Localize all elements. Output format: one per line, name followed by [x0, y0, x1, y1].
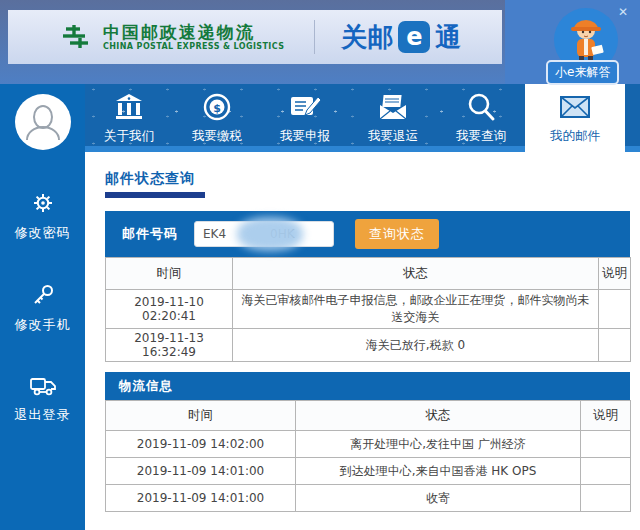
nav-item-label: 我要申报: [280, 128, 330, 145]
product-title: 关邮 e 通: [341, 20, 461, 55]
logistics-title: 物流信息: [119, 378, 173, 395]
app-window: 中国邮政速递物流 CHINA POSTAL EXPRESS & LOGISTIC…: [0, 0, 640, 530]
customs-status-table: 时间 状态 说明 2019-11-10 02:20:41 海关已审核邮件电子申报…: [105, 257, 631, 362]
cell-note: [599, 290, 631, 329]
cell-note: [581, 485, 631, 512]
brand-panel: 中国邮政速递物流 CHINA POSTAL EXPRESS & LOGISTIC…: [8, 10, 502, 64]
nav-item-about-us[interactable]: 关于我们: [85, 84, 173, 152]
cell-note: [581, 458, 631, 485]
logistics-header-bar: 物流信息: [105, 372, 630, 400]
nav-item-label: 关于我们: [104, 128, 154, 145]
nav-item-label: 我要查询: [456, 128, 506, 145]
assistant-mascot[interactable]: 小e来解答 ✕: [550, 4, 626, 84]
declare-form-icon: [288, 91, 322, 123]
avatar: [15, 94, 71, 150]
nav-item-my-mail[interactable]: 我的邮件: [525, 84, 625, 152]
tracking-number-label: 邮件号码: [122, 225, 178, 243]
product-e-badge: e: [398, 21, 430, 53]
envelope-icon: [557, 91, 593, 123]
return-mail-icon: [376, 91, 410, 123]
brand-divider: [314, 20, 315, 54]
sidebar-item-change-password[interactable]: 修改密码: [15, 190, 71, 242]
product-part1: 关邮: [341, 20, 393, 55]
cell-time: 2019-11-13 16:32:49: [106, 329, 233, 362]
cell-status: 离开处理中心,发往中国 广州经济: [296, 431, 581, 458]
sidebar-item-change-phone[interactable]: 修改手机: [15, 282, 71, 334]
bank-icon: [113, 91, 145, 123]
main-nav: 关于我们 $ 我要缴税: [85, 84, 640, 152]
title-underline: [105, 192, 205, 198]
cell-note: [599, 329, 631, 362]
mascot-label[interactable]: 小e来解答: [546, 60, 619, 85]
table-row: 2019-11-09 14:01:00 收寄: [106, 485, 631, 512]
truck-icon: [29, 374, 57, 398]
table-header-row: 时间 状态 说明: [106, 401, 631, 431]
nav-item-return-shipment[interactable]: 我要退运: [349, 84, 437, 152]
sidebar-item-label: 修改密码: [15, 224, 71, 242]
china-post-logo: 中国邮政速递物流 CHINA POSTAL EXPRESS & LOGISTIC…: [60, 20, 284, 54]
table-row: 2019-11-13 16:32:49 海关已放行,税款 0: [106, 329, 631, 362]
table-header-row: 时间 状态 说明: [106, 258, 631, 290]
nav-item-label: 我要退运: [368, 128, 418, 145]
cell-status: 海关已审核邮件电子申报信息，邮政企业正在理货，邮件实物尚未送交海关: [233, 290, 599, 329]
cell-time: 2019-11-09 14:02:00: [106, 431, 296, 458]
key-icon: [30, 282, 56, 308]
table-row: 2019-11-09 14:01:00 到达处理中心,来自中国香港 HK OPS: [106, 458, 631, 485]
cell-time: 2019-11-09 14:01:00: [106, 485, 296, 512]
table-row: 2019-11-10 02:20:41 海关已审核邮件电子申报信息，邮政企业正在…: [106, 290, 631, 329]
nav-item-declare[interactable]: 我要申报: [261, 84, 349, 152]
search-icon: [465, 91, 497, 123]
query-status-button[interactable]: 查询状态: [355, 219, 439, 249]
nav-item-label: 我的邮件: [550, 128, 600, 145]
page-title: 邮件状态查询: [105, 170, 195, 188]
sidebar-item-label: 退出登录: [15, 406, 71, 424]
tracking-prefix: EK4: [203, 227, 226, 241]
col-header-note: 说明: [599, 258, 631, 290]
table-row: 2019-11-09 14:02:00 离开处理中心,发往中国 广州经济: [106, 431, 631, 458]
main-content: 邮件状态查询 邮件号码 EK4 0HK 查询状态 时间: [85, 152, 640, 530]
china-post-emblem-icon: [60, 20, 94, 54]
user-icon: [21, 100, 65, 144]
logistics-table: 时间 状态 说明 2019-11-09 14:02:00 离开处理中心,发往中国…: [105, 400, 631, 512]
cell-status: 海关已放行,税款 0: [233, 329, 599, 362]
cell-note: [581, 431, 631, 458]
tracking-number-input[interactable]: EK4 0HK: [194, 221, 334, 247]
cell-status: 到达处理中心,来自中国香港 HK OPS: [296, 458, 581, 485]
cell-status: 收寄: [296, 485, 581, 512]
nav-filler: [625, 84, 640, 152]
col-header-note: 说明: [581, 401, 631, 431]
privacy-blur-overlay: [237, 217, 303, 251]
nav-item-pay-tax[interactable]: $ 我要缴税: [173, 84, 261, 152]
product-part2: 通: [435, 20, 461, 55]
nav-item-inquiry[interactable]: 我要查询: [437, 84, 525, 152]
col-header-status: 状态: [296, 401, 581, 431]
query-panel: 邮件号码 EK4 0HK 查询状态: [105, 211, 630, 257]
sidebar: 修改密码 修改手机: [0, 84, 85, 530]
brand-name-cn: 中国邮政速递物流: [103, 23, 284, 42]
cell-time: 2019-11-10 02:20:41: [106, 290, 233, 329]
brand-name-en: CHINA POSTAL EXPRESS & LOGISTICS: [103, 42, 284, 51]
col-header-time: 时间: [106, 401, 296, 431]
close-icon[interactable]: ✕: [618, 6, 628, 18]
col-header-status: 状态: [233, 258, 599, 290]
sidebar-item-label: 修改手机: [15, 316, 71, 334]
nav-item-label: 我要缴税: [192, 128, 242, 145]
svg-text:$: $: [213, 102, 221, 115]
top-header: 中国邮政速递物流 CHINA POSTAL EXPRESS & LOGISTIC…: [0, 0, 640, 84]
sidebar-item-logout[interactable]: 退出登录: [15, 374, 71, 424]
gear-icon: [30, 190, 56, 216]
col-header-time: 时间: [106, 258, 233, 290]
coin-icon: $: [201, 91, 233, 123]
cell-time: 2019-11-09 14:01:00: [106, 458, 296, 485]
